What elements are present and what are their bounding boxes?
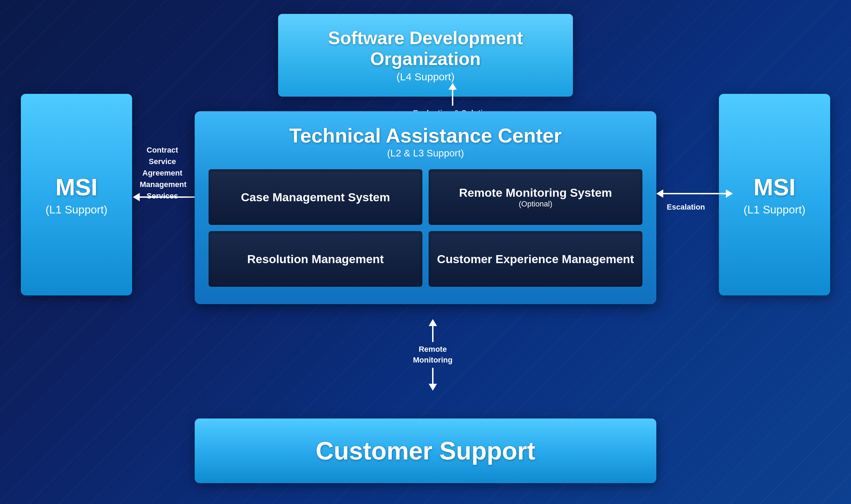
customer-support-box: Customer Support [195, 418, 656, 483]
connector-tac-cs: Remote Monitoring [413, 319, 453, 391]
arrow-left2-icon [656, 189, 663, 198]
cs-title: Customer Support [216, 437, 635, 465]
msi-left-subtitle: (L1 Support) [46, 203, 107, 216]
tac-grid: Case Management System Remote Monitoring… [209, 169, 642, 287]
arrow-v4 [432, 368, 433, 384]
sdo-title: Software Development Organization [299, 28, 552, 70]
tac-cell-rm: Resolution Management [209, 231, 422, 287]
tac-title: Technical Assistance Center [209, 124, 642, 147]
msi-right-subtitle: (L1 Support) [744, 203, 805, 216]
msi-right-title: MSI [754, 173, 796, 201]
remote-mon-label: Remote Monitoring [413, 344, 453, 366]
rms-title: Remote Monitoring System [459, 186, 612, 200]
msi-left-box: MSI (L1 Support) [21, 94, 132, 295]
msi-right-box: MSI (L1 Support) [719, 94, 830, 295]
diagram-container: Software Development Organization (L4 Su… [0, 0, 851, 504]
tac-cell-rms: Remote Monitoring System (Optional) [429, 169, 642, 225]
rms-optional: (Optional) [519, 200, 552, 209]
tac-cell-cms: Case Management System [209, 169, 422, 225]
arrow-up-icon [448, 83, 457, 90]
arrow-up2-icon [429, 319, 437, 326]
contract-label: Contract Service Agreement Management Se… [140, 144, 185, 202]
msi-left-title: MSI [56, 173, 98, 201]
tac-subtitle: (L2 & L3 Support) [209, 148, 642, 159]
tac-box: Technical Assistance Center (L2 & L3 Sup… [195, 111, 656, 304]
cms-title: Case Management System [241, 190, 390, 204]
arrow-right2-icon [726, 189, 733, 198]
arrow-down2-icon [429, 384, 437, 391]
cem-title: Customer Experience Management [437, 252, 634, 266]
tac-cell-cem: Customer Experience Management [429, 231, 642, 287]
sdo-subtitle: (L4 Support) [299, 71, 552, 83]
arrow-line [452, 90, 453, 106]
arrow-left-icon [133, 193, 140, 201]
arrow-v3 [432, 326, 433, 342]
connector-right: Escalation [656, 189, 733, 198]
escalation-label: Escalation [667, 203, 705, 212]
rm-title: Resolution Management [247, 252, 384, 266]
arrow-h2 [663, 193, 726, 194]
